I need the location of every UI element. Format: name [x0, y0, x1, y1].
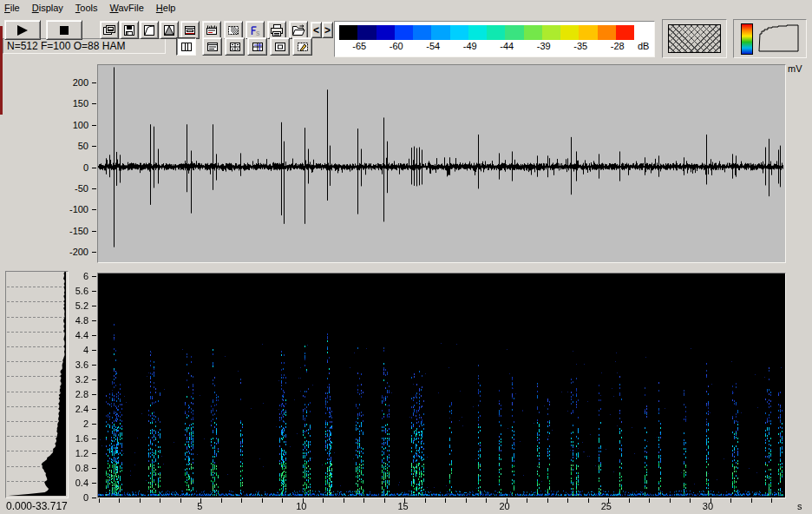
menu-help[interactable]: Help	[156, 3, 176, 13]
scroll-right-button[interactable]: >	[322, 22, 333, 38]
l6-icon	[296, 40, 310, 54]
spectrogram-y-tick-mark	[92, 438, 96, 439]
printer-icon	[270, 23, 284, 37]
copy-window-button[interactable]	[100, 21, 119, 39]
spectrogram-y-tick-mark	[92, 498, 96, 498]
layout-waveform-button[interactable]	[202, 37, 222, 56]
colorbar-block	[431, 25, 449, 40]
waveform-y-tick-mark	[92, 146, 96, 147]
sample-rate-button[interactable]: s	[246, 21, 265, 39]
waveform-y-tick-label: 50	[49, 140, 88, 152]
play-button[interactable]	[4, 20, 41, 40]
print-button[interactable]	[267, 21, 286, 39]
menu-wavfile[interactable]: WavFile	[110, 3, 144, 13]
waveform-y-tick-mark	[92, 103, 96, 104]
crosshatch-pattern-icon	[668, 24, 721, 53]
colorbar-block	[339, 25, 357, 40]
spectrogram-y-tick-mark	[92, 409, 96, 410]
spectrogram-y-tick-label: 4.4	[49, 329, 88, 341]
spectrogram-y-tick-mark	[92, 424, 96, 425]
spectrogram-y-tick-label: 0.4	[49, 477, 88, 489]
colorbar-db-label: -54	[415, 41, 452, 53]
menu-file-rest: ile	[10, 3, 20, 13]
time-tick-label: 15	[393, 501, 414, 511]
win-hatch-icon	[226, 23, 240, 37]
spectrogram-y-tick-label: 6	[49, 270, 88, 282]
time-tick-label: 20	[494, 501, 515, 511]
menu-bar: File Display Tools WavFile Help	[0, 0, 812, 16]
menu-display-rest: isplay	[39, 3, 63, 13]
window-function-button[interactable]	[160, 21, 179, 39]
stop-button[interactable]	[46, 20, 82, 40]
spectrogram-y-tick-label: 2.4	[49, 403, 88, 415]
layout-grid-button[interactable]	[225, 37, 245, 56]
l5-icon	[273, 40, 287, 54]
spectrogram-y-tick-label: 4.8	[49, 314, 88, 326]
waveform-y-tick-mark	[92, 231, 96, 232]
pattern-selector-button[interactable]	[662, 19, 727, 58]
time-range-label: 0.000-33.717	[6, 500, 68, 512]
time-tick-label: 30	[697, 501, 718, 511]
gain-curve-button[interactable]	[140, 21, 159, 39]
colorbar-db-label: -39	[526, 41, 563, 53]
spectrogram-window-button[interactable]	[224, 21, 243, 39]
colorbar-block	[377, 25, 395, 40]
colorbar-gradient	[339, 25, 634, 40]
waveform-y-tick-mark	[92, 125, 96, 126]
spectrogram-y-tick-mark	[92, 320, 96, 321]
waveform-y-tick-label: -50	[49, 182, 88, 194]
colorbar-db-label: -28	[599, 41, 637, 53]
waveform-y-tick-label: 100	[49, 119, 88, 131]
colorbar-db-label: -44	[488, 41, 526, 53]
colorbar-block	[579, 25, 597, 40]
spectrogram-y-tick-label: 1.2	[49, 447, 88, 459]
folder-icon	[291, 23, 305, 37]
waveform-y-tick-mark	[92, 209, 96, 210]
spectrogram-y-tick-label: 5.2	[49, 300, 88, 312]
waveform-window-button[interactable]	[180, 21, 200, 39]
waveform-plot[interactable]	[98, 65, 783, 260]
colorbar-db-label: -35	[562, 41, 599, 53]
time-tick-label: 5	[189, 501, 210, 511]
spectrogram-y-tick-mark	[92, 394, 96, 395]
waveform-y-tick-mark	[92, 168, 96, 168]
waveform-y-tick-label: -150	[49, 225, 88, 237]
l3-icon	[228, 40, 242, 54]
spectrum-window-button[interactable]	[202, 21, 221, 39]
scroll-left-button[interactable]: <	[311, 22, 322, 38]
colorbar-block	[560, 25, 579, 40]
menu-help-key: H	[156, 3, 163, 13]
save-button[interactable]	[120, 21, 139, 39]
colorbar-block	[542, 25, 560, 40]
spectrogram-y-tick-mark	[92, 350, 96, 351]
layout-edit-button[interactable]	[292, 37, 312, 56]
waveform-y-tick-mark	[92, 82, 96, 83]
colorbar-block	[505, 25, 523, 40]
waveform-y-tick-mark	[92, 252, 96, 253]
menu-tools[interactable]: Tools	[75, 3, 98, 13]
layout-grid-cursor-button[interactable]	[247, 37, 267, 56]
triangle-icon	[162, 23, 176, 37]
win-red-icon	[183, 23, 197, 37]
colorbar-block	[616, 25, 634, 40]
transfer-curve-icon	[756, 23, 802, 55]
menu-file[interactable]: File	[4, 3, 20, 13]
spectrogram-y-tick-label: 2.8	[49, 388, 88, 400]
play-icon	[16, 24, 29, 36]
layout-single-button[interactable]	[270, 37, 290, 56]
spectrogram-y-tick-label: 1.6	[49, 432, 88, 445]
colorbar-block	[450, 25, 468, 40]
open-file-button[interactable]	[289, 21, 308, 39]
spectrogram-y-tick-label: 2	[49, 418, 88, 430]
colorbar-block	[487, 25, 505, 40]
colorbar-block	[468, 25, 487, 40]
spectrogram-y-tick-label: 0.8	[49, 462, 88, 474]
menu-wavfile-key: W	[110, 3, 119, 13]
waveform-y-tick-label: 0	[49, 161, 88, 174]
palette-selector-button[interactable]	[733, 19, 807, 58]
spectrogram-panel	[97, 273, 786, 498]
spectrogram-plot[interactable]	[98, 273, 783, 496]
layout-split-vertical-button[interactable]	[176, 37, 196, 56]
frames-icon	[102, 23, 116, 37]
menu-display[interactable]: Display	[32, 3, 63, 13]
